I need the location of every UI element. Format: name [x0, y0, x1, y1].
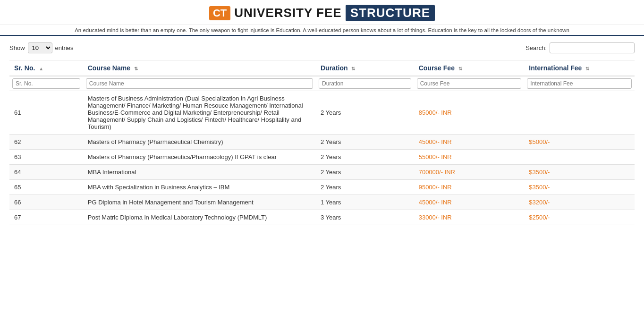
table-body: 61Masters of Business Administration (Du…: [9, 91, 635, 225]
tagline: An educated mind is better than an empty…: [0, 25, 644, 36]
cell-course-fee: 33000/- INR: [414, 210, 525, 225]
cell-course-fee: 45000/- INR: [414, 135, 525, 150]
cell-course-fee: 45000/- INR: [414, 195, 525, 210]
cell-duration: 2 Years: [316, 180, 414, 195]
cell-duration: 2 Years: [316, 165, 414, 180]
cell-duration: 2 Years: [316, 150, 414, 165]
filter-course-fee[interactable]: [417, 78, 522, 89]
sort-icon-duration: ⇅: [351, 66, 355, 71]
filter-international-fee[interactable]: [527, 78, 632, 89]
col-header-course-name[interactable]: Course Name ⇅: [83, 60, 316, 76]
entries-label: entries: [55, 44, 74, 51]
cell-sr-no: 65: [9, 180, 83, 195]
cell-sr-no: 64: [9, 165, 83, 180]
cell-international-fee: $3200/-: [524, 195, 635, 210]
cell-sr-no: 66: [9, 195, 83, 210]
controls-row: Show 10 25 50 100 entries Search:: [9, 42, 635, 53]
cell-course-name: PG Diploma in Hotel Management and Touri…: [83, 195, 316, 210]
cell-international-fee: $3500/-: [524, 180, 635, 195]
cell-course-fee: 55000/- INR: [414, 150, 525, 165]
cell-duration: 2 Years: [316, 91, 414, 135]
sort-icon-fee: ⇅: [458, 66, 462, 71]
col-header-duration[interactable]: Duration ⇅: [316, 60, 414, 76]
main-content: Show 10 25 50 100 entries Search: Sr. No…: [0, 36, 644, 232]
table-row: 62Masters of Pharmacy (Pharmaceutical Ch…: [9, 135, 635, 150]
cell-sr-no: 63: [9, 150, 83, 165]
cell-course-fee: 85000/- INR: [414, 91, 525, 135]
sort-icon-intl: ⇅: [585, 66, 589, 71]
data-table: Sr. No. ▲ Course Name ⇅ Duration ⇅ Cours…: [9, 60, 635, 225]
entries-select[interactable]: 10 25 50 100: [28, 42, 52, 53]
cell-course-name: Masters of Pharmacy (Pharmaceutics/Pharm…: [83, 150, 316, 165]
table-row: 65MBA with Specialization in Business An…: [9, 180, 635, 195]
table-row: 66PG Diploma in Hotel Management and Tou…: [9, 195, 635, 210]
cell-duration: 1 Years: [316, 195, 414, 210]
cell-duration: 3 Years: [316, 210, 414, 225]
filter-duration[interactable]: [319, 78, 411, 89]
cell-international-fee: [524, 91, 635, 135]
cell-course-name: Post Matric Diploma in Medical Laborator…: [83, 210, 316, 225]
show-entries-control: Show 10 25 50 100 entries: [9, 42, 74, 53]
col-header-international-fee[interactable]: International Fee ⇅: [524, 60, 635, 76]
cell-international-fee: $5000/-: [524, 135, 635, 150]
filter-sr-no[interactable]: [12, 78, 80, 89]
cell-course-name: MBA with Specialization in Business Anal…: [83, 180, 316, 195]
ct-logo: CT: [209, 6, 230, 20]
filter-course-name[interactable]: [86, 78, 313, 89]
show-label: Show: [9, 44, 25, 51]
university-fee-text: UNIVERSITY FEE: [234, 6, 341, 20]
cell-sr-no: 67: [9, 210, 83, 225]
table-row: 63Masters of Pharmacy (Pharmaceutics/Pha…: [9, 150, 635, 165]
table-row: 64MBA International2 Years700000/- INR$3…: [9, 165, 635, 180]
cell-international-fee: $3500/-: [524, 165, 635, 180]
structure-badge: STRUCTURE: [346, 5, 435, 21]
cell-course-fee: 95000/- INR: [414, 180, 525, 195]
sort-icon-sr: ▲: [39, 66, 43, 71]
cell-course-name: Masters of Business Administration (Dual…: [83, 91, 316, 135]
cell-sr-no: 61: [9, 91, 83, 135]
page-header: CT UNIVERSITY FEE STRUCTURE: [0, 0, 644, 25]
table-row: 61Masters of Business Administration (Du…: [9, 91, 635, 135]
search-box: Search:: [525, 42, 635, 53]
cell-international-fee: [524, 150, 635, 165]
cell-course-name: MBA International: [83, 165, 316, 180]
cell-course-name: Masters of Pharmacy (Pharmaceutical Chem…: [83, 135, 316, 150]
search-input[interactable]: [550, 42, 635, 53]
table-row: 67Post Matric Diploma in Medical Laborat…: [9, 210, 635, 225]
cell-sr-no: 62: [9, 135, 83, 150]
search-label: Search:: [525, 44, 547, 51]
filter-row: [9, 76, 635, 91]
col-header-course-fee[interactable]: Course Fee ⇅: [414, 60, 525, 76]
cell-international-fee: $2500/-: [524, 210, 635, 225]
col-header-sr-no[interactable]: Sr. No. ▲: [9, 60, 83, 76]
title-block: CT UNIVERSITY FEE STRUCTURE: [209, 5, 435, 21]
sort-icon-course: ⇅: [134, 66, 138, 71]
cell-course-fee: 700000/- INR: [414, 165, 525, 180]
column-headers: Sr. No. ▲ Course Name ⇅ Duration ⇅ Cours…: [9, 60, 635, 76]
cell-duration: 2 Years: [316, 135, 414, 150]
